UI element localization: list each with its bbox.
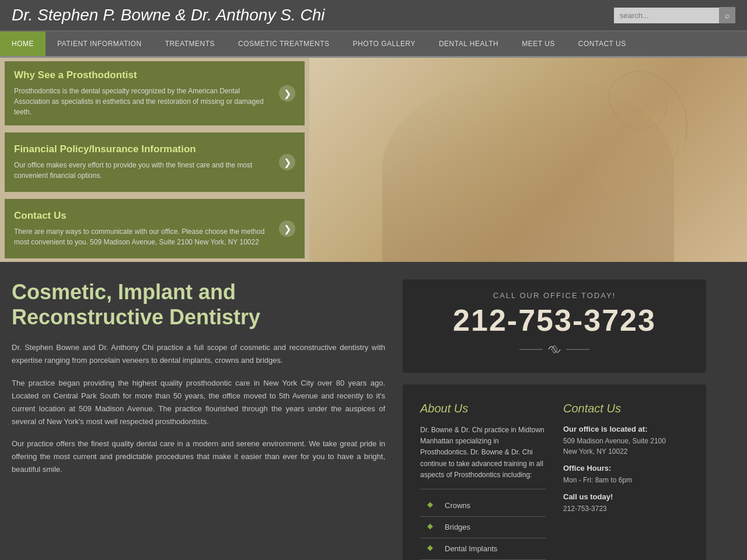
hero-card-1-text: Prosthodontics is the dental specialty r… bbox=[14, 86, 273, 117]
hero-image bbox=[309, 58, 747, 262]
page-heading: Cosmetic, Implant andReconstructive Dent… bbox=[12, 279, 385, 330]
nav-item-contact[interactable]: CONTACT US bbox=[567, 32, 638, 56]
about-box: About Us Dr. Bowne & Dr. Chi practice in… bbox=[414, 396, 551, 560]
search-input[interactable] bbox=[614, 8, 719, 23]
office-location-label: Our office is located at: bbox=[563, 425, 689, 433]
tooth-icon-3: ◆ bbox=[427, 543, 439, 555]
list-item-bridges[interactable]: ◆ Bridges bbox=[420, 517, 546, 538]
list-item-crowns[interactable]: ◆ Crowns bbox=[420, 495, 546, 517]
office-hours: Mon - Fri: 8am to 6pm bbox=[563, 475, 689, 485]
hero-card-1-title: Why See a Prosthodontist bbox=[14, 69, 273, 81]
site-header: Dr. Stephen P. Bowne & Dr. Anthony S. Ch… bbox=[0, 0, 747, 32]
hero-card-contact[interactable]: Contact Us There are many ways to commun… bbox=[5, 199, 305, 258]
hero-card-2-title: Financial Policy/Insurance Information bbox=[14, 144, 273, 155]
main-paragraph-2: The practice began providing the highest… bbox=[12, 377, 385, 428]
main-nav: HOME PATIENT INFORMATION TREATMENTS COSM… bbox=[0, 32, 747, 58]
main-paragraph-1: Dr. Stephen Bowne and Dr. Anthony Chi pr… bbox=[12, 341, 385, 367]
list-item-implants[interactable]: ◆ Dental Implants bbox=[420, 538, 546, 560]
nav-item-treatments[interactable]: TREATMENTS bbox=[153, 32, 226, 56]
tooth-icon-2: ◆ bbox=[427, 522, 439, 533]
ornament bbox=[414, 341, 694, 358]
call-section: CALL OUR OFFICE TODAY! 212-753-3723 bbox=[403, 279, 706, 373]
nav-item-home[interactable]: HOME bbox=[0, 32, 46, 56]
nav-item-gallery[interactable]: PHOTO GALLERY bbox=[341, 32, 427, 56]
call-today-label: Call us today! bbox=[563, 492, 689, 501]
hero-card-prosthodontist[interactable]: Why See a Prosthodontist Prosthodontics … bbox=[5, 61, 305, 125]
about-text: Dr. Bowne & Dr. Chi practice in Midtown … bbox=[420, 425, 546, 481]
hero-card-3-title: Contact Us bbox=[14, 210, 273, 222]
hero-section: Why See a Prosthodontist Prosthodontics … bbox=[0, 58, 747, 262]
call-number: 212-753-3723 bbox=[414, 303, 694, 338]
about-title: About Us bbox=[420, 402, 546, 415]
main-right: CALL OUR OFFICE TODAY! 212-753-3723 Abou… bbox=[403, 279, 706, 560]
hero-card-financial[interactable]: Financial Policy/Insurance Information O… bbox=[5, 132, 305, 192]
tooth-icon: ◆ bbox=[427, 500, 439, 512]
hero-card-2-text: Our office makes every effort to provide… bbox=[14, 160, 273, 181]
site-title: Dr. Stephen P. Bowne & Dr. Anthony S. Ch… bbox=[12, 6, 324, 24]
call-label: CALL OUR OFFICE TODAY! bbox=[414, 291, 694, 300]
main-left: Cosmetic, Implant andReconstructive Dent… bbox=[12, 279, 385, 560]
hero-card-2-arrow: ❯ bbox=[279, 154, 295, 170]
contact-phone: 212-753-3723 bbox=[563, 503, 689, 514]
nav-item-meet-us[interactable]: MEET US bbox=[510, 32, 567, 56]
contact-box-title: Contact Us bbox=[563, 402, 689, 415]
search-bar: ⌕ bbox=[614, 7, 735, 23]
office-hours-label: Office Hours: bbox=[563, 464, 689, 473]
divider bbox=[420, 489, 546, 489]
hero-card-3-text: There are many ways to communicate with … bbox=[14, 226, 273, 247]
hero-cards: Why See a Prosthodontist Prosthodontics … bbox=[0, 58, 309, 262]
nav-item-dental-health[interactable]: DENTAL HEALTH bbox=[427, 32, 510, 56]
office-address: 509 Madison Avenue, Suite 2100New York, … bbox=[563, 436, 689, 457]
main-content: Cosmetic, Implant andReconstructive Dent… bbox=[0, 262, 747, 560]
main-paragraph-3: Our practice offers the finest quality d… bbox=[12, 438, 385, 476]
hero-card-1-arrow: ❯ bbox=[279, 85, 295, 102]
info-boxes: About Us Dr. Bowne & Dr. Chi practice in… bbox=[403, 384, 706, 560]
hero-card-3-arrow: ❯ bbox=[279, 220, 295, 237]
contact-box: Contact Us Our office is located at: 509… bbox=[557, 396, 694, 560]
nav-item-cosmetic[interactable]: COSMETIC TREATMENTS bbox=[226, 32, 341, 56]
nav-item-patient-info[interactable]: PATIENT INFORMATION bbox=[46, 32, 153, 56]
search-button[interactable]: ⌕ bbox=[719, 7, 735, 23]
